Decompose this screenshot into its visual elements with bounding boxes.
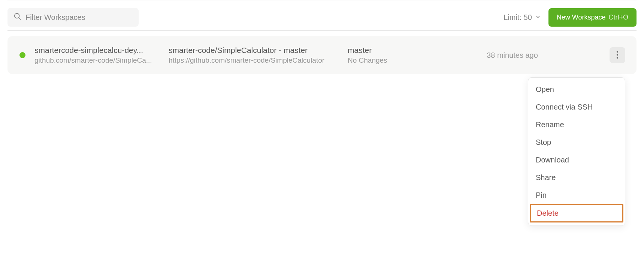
svg-point-0: [15, 14, 19, 18]
new-workspace-shortcut: Ctrl+O: [608, 14, 628, 21]
workspace-toolbar: Limit: 50 New Workspace Ctrl+O: [7, 4, 637, 31]
chevron-down-icon: [532, 13, 541, 22]
search-icon: [13, 12, 22, 22]
svg-line-1: [19, 18, 21, 20]
workspace-repo-url: https://github.com/smarter-code/SimpleCa…: [169, 56, 341, 65]
workspace-context-url: github.com/smarter-code/SimpleCa...: [34, 56, 162, 65]
svg-point-4: [617, 57, 618, 58]
workspace-more-button[interactable]: [610, 47, 625, 63]
workspace-branch: master: [348, 46, 426, 55]
filter-workspaces-input[interactable]: [25, 13, 133, 22]
workspace-last-active: 38 minutes ago: [487, 51, 538, 60]
workspace-name: smartercode-simplecalcu-dey...: [34, 46, 162, 55]
svg-point-2: [617, 51, 618, 52]
workspace-row[interactable]: smartercode-simplecalcu-dey... github.co…: [7, 36, 637, 74]
new-workspace-button[interactable]: New Workspace Ctrl+O: [548, 8, 637, 27]
more-vertical-icon: [616, 51, 619, 60]
status-indicator-running: [19, 52, 25, 58]
workspace-repo: smarter-code/SimpleCalculator - master: [169, 46, 341, 55]
limit-dropdown[interactable]: Limit: 50: [504, 13, 541, 22]
new-workspace-label: New Workspace: [557, 14, 606, 21]
svg-point-3: [617, 54, 618, 55]
workspace-changes: No Changes: [348, 56, 426, 65]
filter-workspaces-field[interactable]: [7, 8, 139, 27]
limit-label: Limit: 50: [504, 13, 532, 22]
